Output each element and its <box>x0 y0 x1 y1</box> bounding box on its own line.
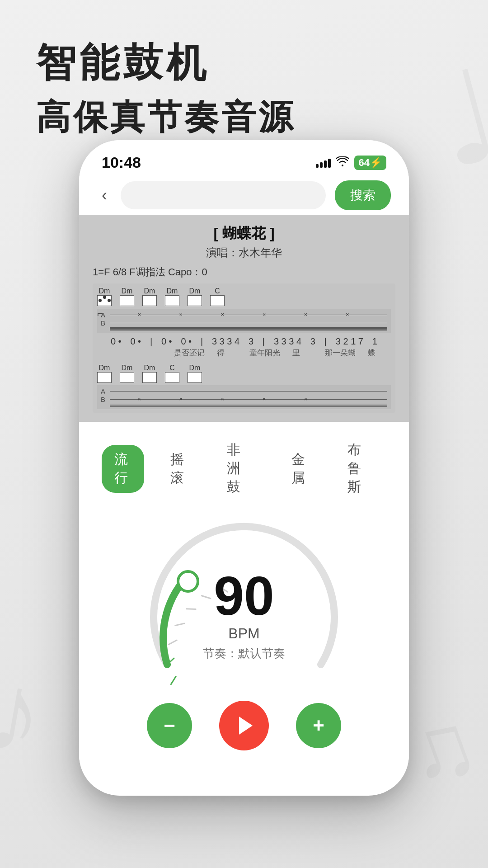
chord-dm-3: Dm <box>142 287 157 306</box>
notation-numbers: 0 •0 •|0 •0 •| 3 3 3 43|3 3 3 43| 3 2 1 … <box>97 333 391 348</box>
genre-tab-feizhou[interactable]: 非洲鼓 <box>214 435 266 502</box>
sheet-meta: 1=F 6/8 F调指法 Capo：0 <box>93 265 395 279</box>
bpm-unit: BPM <box>203 625 285 642</box>
increase-bpm-button[interactable]: + <box>296 703 341 748</box>
header-line1: 智能鼓机 <box>36 36 296 90</box>
genre-tab-jinshu[interactable]: 金属 <box>279 445 321 493</box>
bpm-value: 90 <box>203 569 285 623</box>
bpm-rhythm: 节奏：默认节奏 <box>203 646 285 661</box>
bg-deco-note-1: ♩ <box>419 40 488 198</box>
genre-tabs: 流行 摇滚 非洲鼓 金属 布鲁斯 <box>97 435 391 502</box>
decrease-bpm-button[interactable]: − <box>147 703 192 748</box>
nav-bar: ‹ 搜索 <box>79 176 409 215</box>
back-button[interactable]: ‹ <box>97 184 112 207</box>
guitar-tab-staff-2: A B × × × × × <box>97 385 391 409</box>
chord-row-2: Dm Dm Dm C D <box>97 364 391 383</box>
svg-point-11 <box>178 571 198 591</box>
chord-dm-1: Dm <box>97 287 112 306</box>
dial-wrapper[interactable]: 90 BPM 节奏：默认节奏 <box>131 520 357 692</box>
battery-badge: 64⚡ <box>354 156 386 170</box>
svg-line-7 <box>175 620 184 629</box>
header-text-block: 智能鼓机 高保真节奏音源 <box>36 36 296 141</box>
signal-icon <box>316 158 331 168</box>
status-icons: 64⚡ <box>316 156 386 170</box>
genre-tab-liuxing[interactable]: 流行 <box>102 445 144 493</box>
chord-dm-5: Dm <box>188 287 202 306</box>
song-artist: 演唱：水木年华 <box>93 245 395 260</box>
control-buttons: − + <box>147 701 341 750</box>
svg-line-4 <box>169 676 178 684</box>
background: ♩ ♪ ♫ 智能鼓机 高保真节奏音源 10:48 <box>0 0 488 868</box>
wifi-icon <box>336 156 349 169</box>
song-title-area: [ 蝴蝶花 ] 演唱：水木年华 <box>93 224 395 260</box>
genre-tab-yaogun[interactable]: 摇滚 <box>158 445 200 493</box>
notation-lyrics: 是否还记得童年阳光里那一朵蝴蝶 <box>97 348 391 362</box>
chord-dm-4: Dm <box>165 287 179 306</box>
play-button[interactable] <box>219 701 269 750</box>
song-title: [ 蝴蝶花 ] <box>93 224 395 244</box>
phone-mockup: 10:48 64⚡ <box>79 140 409 796</box>
bpm-dial-container: 90 BPM 节奏：默认节奏 − + <box>97 520 391 750</box>
svg-line-8 <box>187 604 196 614</box>
status-time: 10:48 <box>102 154 141 171</box>
header-line2: 高保真节奏音源 <box>36 94 296 141</box>
svg-line-6 <box>169 638 177 646</box>
search-input[interactable] <box>121 181 326 209</box>
status-bar: 10:48 64⚡ <box>79 140 409 176</box>
sheet-music-area: [ 蝴蝶花 ] 演唱：水木年华 1=F 6/8 F调指法 Capo：0 Dm <box>79 215 409 422</box>
chord-c: C <box>210 287 225 306</box>
guitar-tab-staff: A × × × × × × B <box>97 309 391 333</box>
play-icon <box>239 717 253 735</box>
bg-deco-note-2: ♪ <box>0 644 54 781</box>
chord-dm-2: Dm <box>120 287 134 306</box>
music-panel: 流行 摇滚 非洲鼓 金属 布鲁斯 <box>79 422 409 787</box>
search-button[interactable]: 搜索 <box>335 180 391 210</box>
bpm-center: 90 BPM 节奏：默认节奏 <box>203 569 285 661</box>
genre-tab-bulusi[interactable]: 布鲁斯 <box>335 435 386 502</box>
